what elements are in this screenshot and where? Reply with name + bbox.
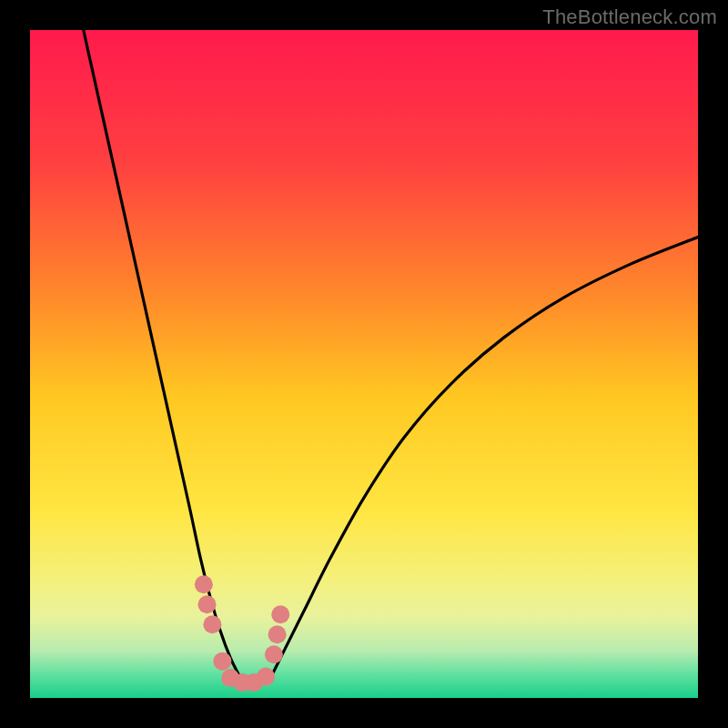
valley-marker-dot (271, 605, 289, 623)
bottleneck-chart (0, 0, 728, 728)
watermark-text: TheBottleneck.com (542, 5, 717, 29)
valley-marker-dot (195, 575, 213, 593)
chart-frame: TheBottleneck.com (0, 0, 728, 728)
valley-marker-dot (198, 595, 217, 613)
valley-marker-dot (268, 625, 287, 643)
plot-background (30, 30, 698, 698)
valley-marker-dot (265, 645, 283, 663)
valley-marker-dot (203, 615, 221, 633)
valley-marker-dot (213, 652, 231, 671)
valley-marker-dot (257, 668, 275, 686)
